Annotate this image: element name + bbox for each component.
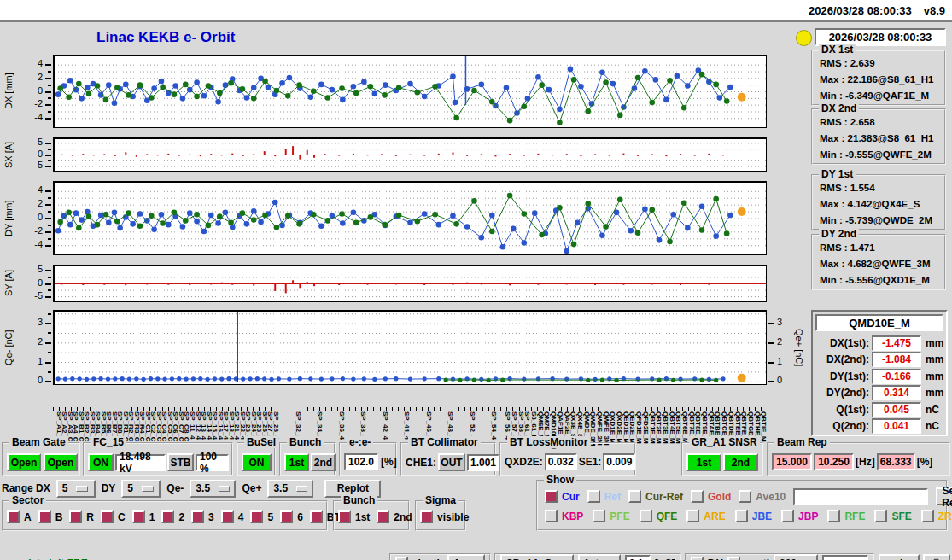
checkbox-indicator[interactable] [161,510,174,523]
checkbox-indicator[interactable] [545,490,558,503]
che1-out-button[interactable]: OUT [438,453,465,471]
checkbox-1[interactable]: 1 [132,510,155,523]
ph-checkbox[interactable]: P.H [691,557,723,560]
checkbox-indicator[interactable] [827,510,840,522]
checkbox-indicator[interactable] [191,510,204,523]
bunch-2nd-button[interactable]: 2nd [311,453,336,471]
monitor-row: Q(1st):0.045nC [815,401,944,418]
set-ref-button[interactable]: Set Ref [936,487,952,505]
checkbox-visible[interactable]: visible [420,510,469,523]
plot-qe [53,310,767,385]
checkbox-indicator[interactable] [727,557,740,560]
checkbox-ZRE[interactable]: ZRE [921,510,952,522]
checkbox-indicator[interactable] [545,510,558,522]
screenshot-button[interactable] [923,554,950,560]
count-select[interactable]: 300 [774,554,818,560]
checkbox-JBE[interactable]: JBE [735,510,772,522]
beam-rep-pct-unit: [%] [917,456,933,468]
checkbox-2[interactable]: 2 [161,510,184,523]
checkbox-indicator[interactable] [338,510,351,523]
checkbox-C[interactable]: C [101,510,126,523]
range-qep-select[interactable]: 3.5 [267,480,313,498]
checkbox-indicator[interactable] [739,490,751,503]
checkbox-JBP[interactable]: JBP [781,510,818,522]
range-dx-label: Range DX [2,482,50,494]
checkbox-indicator[interactable] [593,510,605,522]
sp-select[interactable]: SP_A1_G [500,554,574,560]
checkbox-indicator[interactable] [395,557,408,560]
checkbox-indicator[interactable] [735,510,748,522]
checkbox-R[interactable]: R [69,510,94,523]
checkbox-4[interactable]: 4 [221,510,244,523]
checkbox-Cur-Ref[interactable]: Cur-Ref [628,490,683,503]
checkbox-indicator[interactable] [38,510,51,523]
checkbox-indicator[interactable] [874,510,887,522]
sector-a-select[interactable]: A [447,554,485,560]
bunch-1st-button[interactable]: 1st [284,453,309,471]
checkbox-indicator[interactable] [132,510,145,523]
ref-name-input[interactable] [793,488,928,505]
checkbox-indicator[interactable] [691,490,704,503]
checkbox-A[interactable]: A [7,510,32,523]
checkbox-RFE[interactable]: RFE [827,510,865,522]
checkbox-B[interactable]: B [38,510,63,523]
checkbox-label: Ref [604,491,621,503]
checkbox-Gold[interactable]: Gold [691,490,731,503]
chg-th-checkbox[interactable]: chg th [395,557,443,560]
checkbox-PFE[interactable]: PFE [593,510,629,522]
snsr-1st-button[interactable]: 1st [686,453,721,471]
conti-checkbox[interactable]: conti [727,557,769,560]
beam-gate-open-button-1[interactable]: Open [7,453,41,471]
checkbox-indicator[interactable] [781,510,794,522]
fc15-on-button[interactable]: ON [88,453,114,471]
group-title: BT LossMonitor [507,436,590,448]
checkbox-label: 6 [297,511,303,523]
checkbox-QFE[interactable]: QFE [640,510,678,522]
range-dx-select[interactable]: 5 [56,480,96,498]
checkbox-indicator[interactable] [640,510,652,522]
checkbox-Ave10[interactable]: Ave10 [739,490,786,503]
checkbox-indicator[interactable] [587,490,600,503]
checkbox-indicator[interactable] [686,510,699,522]
bunch-1st-select[interactable]: 1st [578,554,621,560]
checkbox-2nd[interactable]: 2nd [377,510,412,523]
checkbox-Ref[interactable]: Ref [587,490,621,503]
checkbox-indicator[interactable] [420,510,433,523]
rms-value: 2.639 [850,58,875,68]
group-title: Bunch [341,494,377,506]
checkbox-ARE[interactable]: ARE [686,510,725,522]
checkbox-indicator[interactable] [101,510,114,523]
checkbox-KBP[interactable]: KBP [545,510,583,522]
checkbox-1st[interactable]: 1st [338,510,370,523]
extra-input[interactable] [822,555,868,560]
y-axis-title-dx: DX [mm] [2,55,15,128]
checkbox-5[interactable]: 5 [250,510,273,523]
max-label: Max : [820,133,844,143]
checkbox-3[interactable]: 3 [191,510,214,523]
checkbox-indicator[interactable] [69,510,82,523]
y-tick-label: 3 [777,317,782,327]
checkbox-Cur[interactable]: Cur [545,490,580,503]
checkbox-6[interactable]: 6 [280,510,303,523]
checkbox-indicator[interactable] [280,510,293,523]
checkbox-indicator[interactable] [377,510,389,523]
range-qem-select[interactable]: 3.5 [190,480,236,498]
checkbox-indicator[interactable] [7,510,20,523]
checkbox-indicator[interactable] [310,510,323,523]
checkbox-indicator[interactable] [691,557,704,560]
snsr-2nd-button[interactable]: 2nd [723,453,758,471]
range-dy-select[interactable]: 5 [121,480,161,498]
monitor-unit: nC [926,420,939,432]
checkbox-indicator[interactable] [221,510,234,523]
busel-on-button[interactable]: ON [242,453,272,471]
group-title: BuSel [244,436,278,448]
monitor-label: DY(2nd): [815,387,869,399]
checkbox-SFE[interactable]: SFE [874,510,911,522]
checkbox-indicator[interactable] [628,490,641,503]
checkbox-indicator[interactable] [921,510,934,522]
resize-button[interactable]: resize [879,554,920,560]
checkbox-indicator[interactable] [250,510,263,523]
fc15-stb-button[interactable]: STB [167,453,194,471]
beam-gate-open-button-2[interactable]: Open [44,453,78,471]
threshold-input[interactable] [625,555,651,560]
